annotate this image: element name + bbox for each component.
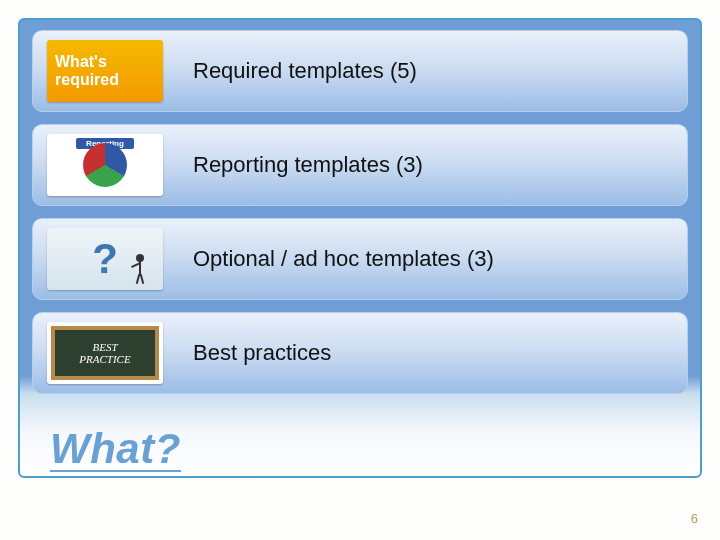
best-practice-icon: BEST PRACTICE <box>47 322 163 384</box>
row-reporting: Reporting Reporting templates (3) <box>32 124 688 206</box>
row-label: Required templates (5) <box>193 58 417 84</box>
stick-figure-icon <box>131 254 149 284</box>
question-icon: ? <box>47 228 163 290</box>
question-mark-icon: ? <box>92 238 118 280</box>
reporting-icon: Reporting <box>47 134 163 196</box>
row-label: Reporting templates (3) <box>193 152 423 178</box>
chalk-text-top: BEST <box>92 341 117 353</box>
row-best-practices: BEST PRACTICE Best practices <box>32 312 688 394</box>
chalk-text-bottom: PRACTICE <box>79 353 130 365</box>
icon-text-top: What's <box>55 53 107 71</box>
slide-title: What? <box>50 428 181 472</box>
page-number: 6 <box>691 511 698 526</box>
pie-chart-icon <box>83 143 127 187</box>
row-label: Optional / ad hoc templates (3) <box>193 246 494 272</box>
chalkboard-icon: BEST PRACTICE <box>51 326 159 380</box>
row-optional: ? Optional / ad hoc templates (3) <box>32 218 688 300</box>
row-required: What's required Required templates (5) <box>32 30 688 112</box>
row-label: Best practices <box>193 340 331 366</box>
whats-required-icon: What's required <box>47 40 163 102</box>
icon-text-bottom: required <box>55 71 119 89</box>
slide-frame: What's required Required templates (5) R… <box>18 18 702 478</box>
